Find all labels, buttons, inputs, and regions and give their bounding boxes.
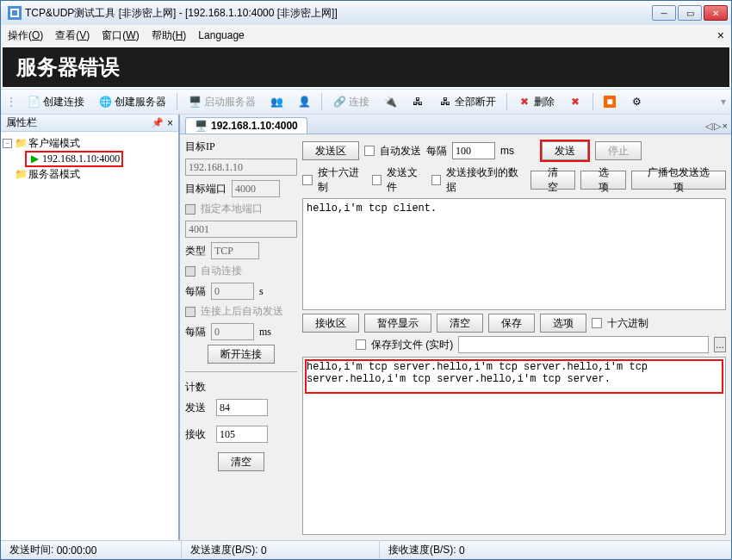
recv-area-button[interactable]: 接收区 (302, 314, 359, 333)
send-area-button[interactable]: 发送区 (302, 141, 359, 160)
tree-connection[interactable]: ▶ 192.168.1.10:4000 (3, 151, 177, 166)
create-connection-icon: 📄 (27, 95, 40, 109)
recv-controls-row1: 接收区 暂停显示 清空 保存 选项 十六进制 (302, 314, 726, 333)
send-clear-button[interactable]: 清空 (530, 171, 576, 190)
tree-client-mode[interactable]: − 📁 客户端模式 (3, 135, 177, 151)
send-interval-input[interactable] (452, 142, 495, 159)
connection-form: 目标IP 目标端口 指定本地端口 类型 (185, 140, 297, 535)
send-controls-row2: 按十六进制 发送文件 发送接收到的数据 清空 选项 广播包发送选项 (302, 165, 726, 195)
recv-count-label: 接收 (185, 427, 211, 442)
minimize-button[interactable]: ─ (652, 5, 676, 21)
sidebar-close-icon[interactable]: × (167, 117, 173, 129)
expander-icon[interactable]: − (3, 139, 12, 148)
recv-textarea[interactable]: hello,i'm tcp server.hello,i'm tcp serve… (302, 357, 726, 535)
save-file-path-input[interactable] (458, 336, 709, 353)
main: 🖥️ 192.168.1.10:4000 ◁ ▷ × 目标IP 目标端口 (179, 115, 731, 540)
toolbar-grip-icon: ⋮ (6, 96, 16, 108)
tab-icon: 🖥️ (195, 120, 208, 132)
hex-chk[interactable] (302, 175, 313, 185)
app-window: TCP&UDP测试工具 [非涉密上网] - [192.168.1.10:4000… (0, 0, 732, 560)
toolbar-icon-stop[interactable]: ■ (599, 93, 621, 110)
disconnect-button[interactable]: 断开连接 (208, 345, 275, 364)
send-file-chk[interactable] (372, 175, 382, 185)
right-panels: 发送区 自动发送 每隔 ms 发送 停止 (302, 140, 726, 535)
recv-controls-row2: 保存到文件 (实时) … (302, 336, 726, 353)
tab-connection[interactable]: 🖥️ 192.168.1.10:4000 (185, 117, 307, 134)
menu-operate[interactable]: 操作(O) (8, 28, 43, 43)
tab-close-icon[interactable]: × (723, 121, 728, 132)
pin-icon[interactable]: 📌 (152, 117, 164, 128)
status-recv-speed: 接收速度(B/S): 0 (380, 541, 731, 559)
mdi-close-icon[interactable]: × (717, 28, 724, 42)
broadcast-button[interactable]: 广播包发送选项 (631, 171, 726, 190)
folder-icon: 📁 (15, 168, 27, 181)
net-icon: 🖧 (411, 95, 425, 109)
toolbar-icon-users[interactable]: 👥 (264, 92, 288, 111)
create-connection-button[interactable]: 📄 创建连接 (22, 92, 90, 112)
tab-next-icon[interactable]: ▷ (714, 121, 721, 132)
plug-icon: 🔌 (383, 95, 397, 109)
titlebar: TCP&UDP测试工具 [非涉密上网] - [192.168.1.10:4000… (1, 1, 731, 25)
tabbar: 🖥️ 192.168.1.10:4000 ◁ ▷ × (180, 115, 731, 134)
save-button[interactable]: 保存 (488, 314, 535, 333)
recv-wrap: hello,i'm tcp server.hello,i'm tcp serve… (302, 357, 726, 535)
menu-window[interactable]: 窗口(W) (102, 28, 139, 43)
local-port-input (185, 221, 297, 238)
send-interval-unit: ms (500, 145, 514, 157)
pause-button[interactable]: 暂停显示 (364, 314, 431, 333)
start-server-icon: 🖥️ (188, 95, 202, 109)
auto-send-chk[interactable] (364, 146, 375, 156)
send-options-button[interactable]: 选项 (580, 171, 626, 190)
tree-highlight: ▶ 192.168.1.10:4000 (25, 151, 123, 167)
target-port-label: 目标端口 (185, 182, 226, 196)
disconnect-all-button[interactable]: 🖧 全部断开 (433, 92, 501, 112)
type-label: 类型 (185, 244, 206, 258)
toolbar-sep (506, 93, 507, 110)
recv-count-input[interactable] (216, 426, 268, 443)
gear-icon: ⚙ (630, 95, 643, 109)
target-ip-input[interactable] (185, 159, 297, 176)
toolbar-icon-user[interactable]: 👤 (292, 92, 316, 111)
target-port-input[interactable] (232, 180, 280, 197)
send-count-input[interactable] (216, 399, 268, 416)
clear-count-button[interactable]: 清空 (218, 452, 264, 471)
send-recv-chk[interactable] (431, 175, 442, 185)
toolbar-icon-net1[interactable]: 🖧 (406, 92, 430, 111)
recv-hex-chk[interactable] (592, 318, 602, 328)
toolbar-icon-gear[interactable]: ⚙ (624, 92, 648, 111)
content: 属性栏 📌 × − 📁 客户端模式 ▶ 192.168.1.10:4000 (1, 115, 731, 540)
menu-language[interactable]: Language (198, 29, 244, 41)
stop-icon: ■ (604, 96, 616, 108)
delete-button[interactable]: ✖ 删除 (512, 92, 560, 112)
send-button[interactable]: 发送 (542, 141, 588, 160)
window-buttons: ─ ▭ ✕ (652, 5, 728, 21)
maximize-button[interactable]: ▭ (678, 5, 702, 21)
save-file-chk[interactable] (356, 339, 366, 350)
play-icon: ▶ (28, 152, 40, 165)
toolbar-icon-del2[interactable]: ✖ (563, 92, 587, 111)
recv-clear-button[interactable]: 清空 (437, 314, 483, 333)
menu-view[interactable]: 查看(V) (55, 28, 90, 43)
auto-send-label: 连接上后自动发送 (201, 304, 283, 319)
start-server-button[interactable]: 🖥️ 启动服务器 (183, 92, 261, 112)
user-icon: 👤 (297, 95, 311, 109)
app-icon (8, 6, 22, 20)
send-textarea[interactable]: hello,i'm tcp client. (302, 198, 726, 310)
error-banner: 服务器错误 (3, 47, 729, 87)
connect-button[interactable]: 🔗 连接 (327, 92, 375, 112)
browse-button[interactable]: … (714, 337, 726, 352)
auto-send-text: 自动发送 (380, 144, 421, 159)
count-section-label: 计数 (185, 380, 297, 395)
close-button[interactable]: ✕ (704, 5, 728, 21)
type-select[interactable] (211, 242, 259, 259)
tree-server-mode[interactable]: 📁 服务器模式 (3, 166, 177, 182)
menu-help[interactable]: 帮助(H) (152, 28, 187, 43)
recv-hex-label: 十六进制 (607, 316, 648, 331)
recv-options-button[interactable]: 选项 (540, 314, 586, 333)
create-server-button[interactable]: 🌐 创建服务器 (93, 92, 171, 112)
toolbar-icon-plug[interactable]: 🔌 (378, 92, 402, 111)
tab-prev-icon[interactable]: ◁ (705, 121, 712, 132)
sidebar-header: 属性栏 📌 × (1, 115, 178, 132)
toolbar-overflow-icon[interactable]: ▾ (721, 96, 726, 108)
create-server-icon: 🌐 (98, 95, 112, 109)
